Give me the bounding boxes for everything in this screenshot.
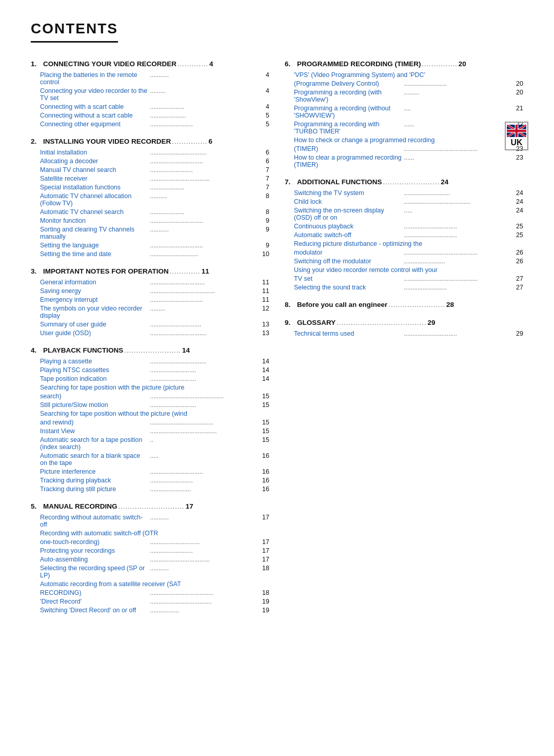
section-header-row: 1.CONNECTING YOUR VIDEO RECORDER .......… (31, 60, 269, 69)
toc-entry-dots: .................... (150, 184, 260, 191)
toc-entry-dots: ............................... (150, 468, 260, 475)
toc-section: 3.IMPORTANT NOTES FOR OPERATION ........… (31, 267, 269, 337)
toc-entry: and rewind) ............................… (31, 418, 269, 427)
toc-entry-page: 8 (260, 208, 269, 216)
section-header-row: 7.ADDITIONAL FUNCTIONS .................… (285, 178, 523, 187)
toc-entry-page: 25 (514, 223, 523, 230)
toc-entry-dots: ..... (150, 452, 260, 459)
toc-entry: one-touch-recording) ...................… (31, 537, 269, 546)
section-heading-dots: ............................ (118, 502, 185, 510)
toc-entry-dots: ......................... (150, 166, 260, 173)
toc-entry-text: Reducing picture disturbance - optimizin… (294, 240, 523, 247)
right-column: UK 6.PROGRAMMED RECORDING (TIMER) ......… (285, 60, 523, 624)
toc-entry-dots: ................................. (150, 358, 260, 365)
toc-entry-text: How to clear a programmed recording (TIM… (294, 154, 403, 168)
left-column: 1.CONNECTING YOUR VIDEO RECORDER .......… (31, 60, 269, 624)
section-heading-page: 14 (182, 346, 190, 354)
uk-label: UK (510, 138, 522, 147)
section-heading-dots: ............. (177, 60, 208, 68)
section-heading-text: ADDITIONAL FUNCTIONS (297, 178, 382, 186)
toc-entry-text: Playing a cassette (40, 358, 149, 365)
toc-entry-page: 24 (514, 189, 523, 197)
toc-entry-page: 14 (260, 366, 269, 374)
toc-entry-dots: ........... (150, 565, 260, 572)
toc-entry-page: 13 (260, 321, 269, 328)
toc-entry-dots: ................................... (150, 556, 260, 563)
toc-entry-page: 9 (260, 242, 269, 249)
toc-entry-text: Automatic TV channel search (40, 208, 149, 216)
toc-entry: Playing a cassette .....................… (31, 357, 269, 365)
toc-entry-text: Recording with automatic switch-off (OTR (40, 530, 269, 537)
toc-entry: Selecting the recording speed (SP or LP)… (31, 564, 269, 579)
toc-entry-text: Automatic search for a tape position (in… (40, 436, 149, 451)
toc-entry-text: Automatic TV channel allocation (Follow … (40, 192, 149, 207)
toc-entry-text: and rewind) (40, 419, 149, 426)
toc-entry: Special installation functions .........… (31, 183, 269, 191)
toc-entry-dots: .......... (150, 192, 260, 200)
toc-entry: How to clear a programmed recording (TIM… (285, 153, 523, 169)
toc-entry: Playing NTSC cassettes .................… (31, 365, 269, 374)
toc-entry-text: RECORDING) (40, 589, 149, 596)
toc-entry-dots: ...................................... (150, 287, 260, 295)
toc-entry-text: Tracking during still picture (40, 486, 149, 493)
toc-entry-text: 'VPS' (Video Programming System) and 'PD… (294, 71, 523, 79)
toc-entry: Technical terms used ...................… (285, 329, 523, 338)
toc-entry-dots: ............................... (404, 330, 513, 337)
toc-entry-dots: ................................... (150, 175, 260, 182)
uk-flag-icon (507, 125, 526, 137)
toc-entry-page: 27 (514, 275, 523, 282)
toc-entry-page: 4 (260, 71, 269, 79)
toc-entry-page: 9 (260, 217, 269, 224)
toc-entry-dots: ................................ (150, 279, 260, 286)
section-heading-page: 29 (428, 319, 436, 326)
toc-entry: Emergency interrupt ....................… (31, 295, 269, 304)
toc-entry-text: Programming a recording (with 'ShowView'… (294, 89, 403, 103)
toc-entry-page: 11 (260, 296, 269, 303)
toc-entry: Automatic switch-off ...................… (285, 230, 523, 239)
section-header-row: 4.PLAYBACK FUNCTIONS ...................… (31, 346, 269, 355)
toc-entry: Using your video recorder remote control… (285, 265, 523, 274)
section-heading-page: 4 (209, 60, 213, 68)
toc-entry-dots: ........................ (150, 486, 260, 493)
toc-entry: modulator ..............................… (285, 248, 523, 257)
toc-entry-text: Special installation functions (40, 184, 149, 191)
toc-entry: Instant View ...........................… (31, 427, 269, 435)
toc-entry: Programming a recording (with 'ShowView'… (285, 88, 523, 104)
toc-entry-page: 18 (260, 589, 269, 596)
toc-entry-page: 5 (260, 121, 269, 128)
toc-entry: Auto-assembling ........................… (31, 555, 269, 564)
section-number: 1. (31, 60, 41, 68)
section-number: 8. (285, 301, 295, 308)
toc-entry-dots: ..... (404, 207, 513, 214)
toc-entry-text: Sorting and clearing TV channels manuall… (40, 226, 149, 240)
toc-section: 8.Before you call an engineer ..........… (285, 301, 523, 309)
toc-entry: User guide (OSD) .......................… (31, 328, 269, 337)
toc-entry-text: Placing the batteries in the remote cont… (40, 71, 149, 86)
toc-entry-dots: ............................... (404, 223, 513, 230)
section-number: 2. (31, 138, 41, 145)
toc-entry-page: 15 (260, 401, 269, 409)
toc-entry-text: Instant View (40, 428, 149, 435)
toc-entry-text: Automatic search for a blank space on th… (40, 452, 149, 467)
toc-entry-page: 24 (514, 198, 523, 205)
section-heading-text: IMPORTANT NOTES FOR OPERATION (43, 267, 169, 275)
toc-entry: Connecting with a scart cable ..........… (31, 102, 269, 111)
toc-entry: (TIMER) ................................… (285, 144, 523, 153)
toc-section: 4.PLAYBACK FUNCTIONS ...................… (31, 346, 269, 493)
toc-entry-page: 12 (260, 305, 269, 312)
toc-entry-dots: ..................................... (150, 589, 260, 596)
toc-entry-page: 14 (260, 375, 269, 382)
toc-entry: Child lock .............................… (285, 197, 523, 206)
toc-entry: 'Direct Record' ........................… (31, 597, 269, 606)
toc-entry: Protecting your recordings .............… (31, 546, 269, 555)
toc-entry-dots: ....................................... (150, 428, 260, 435)
toc-entry: Switching the TV system ................… (285, 188, 523, 197)
toc-entry-text: Monitor function (40, 217, 149, 224)
section-heading-dots: ........................ (383, 178, 440, 186)
toc-entry-dots: .................... (150, 208, 260, 216)
toc-entry-dots: ........... (150, 226, 260, 233)
toc-entry: RECORDING) .............................… (31, 588, 269, 597)
toc-entry: Summary of user guide ..................… (31, 320, 269, 328)
toc-entry-page: 11 (260, 279, 269, 286)
toc-entry-text: Continuous playback (294, 223, 403, 230)
